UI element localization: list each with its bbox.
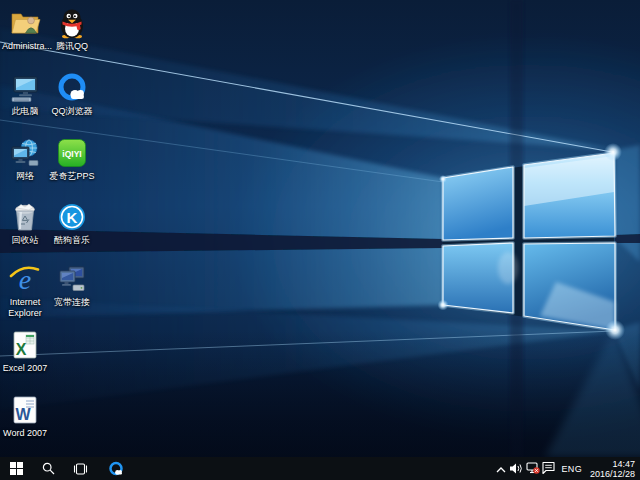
word-2007-icon: W xyxy=(8,393,42,427)
excel-2007-icon: X xyxy=(8,328,42,362)
taskbar: ENG 14:47 2016/12/28 xyxy=(0,457,640,480)
desktop-icon-this-pc[interactable]: 此电脑 xyxy=(2,71,48,117)
action-center-icon xyxy=(542,460,555,478)
desktop-icon-label: 酷狗音乐 xyxy=(49,235,95,246)
clock-date: 2016/12/28 xyxy=(590,469,635,479)
tray-chevron-button[interactable] xyxy=(493,457,509,480)
svg-text:W: W xyxy=(15,406,31,423)
search-icon xyxy=(42,462,55,475)
desktop-icon-tencent-qq[interactable]: 腾讯QQ xyxy=(49,6,95,52)
windows-logo-icon xyxy=(10,462,23,475)
desktop-icon-qq-browser[interactable]: QQ浏览器 xyxy=(49,71,95,117)
desktop-icon-label: Internet Explorer xyxy=(2,297,48,319)
language-indicator[interactable]: ENG xyxy=(557,464,587,474)
desktop: Administra... 此电脑 xyxy=(0,0,640,457)
tencent-qq-icon xyxy=(55,6,89,40)
network-icon xyxy=(8,136,42,170)
action-center-button[interactable] xyxy=(541,457,557,480)
tray-volume-button[interactable] xyxy=(509,457,525,480)
qq-browser-icon xyxy=(108,461,124,477)
wallpaper-windows-hero xyxy=(0,0,640,457)
task-view-icon xyxy=(73,463,88,475)
internet-explorer-icon: e xyxy=(8,262,42,296)
desktop-icon-label: 宽带连接 xyxy=(49,297,95,308)
network-disconnected-icon xyxy=(526,460,540,478)
desktop-icon-label: Word 2007 xyxy=(2,428,48,439)
desktop-icon-label: 腾讯QQ xyxy=(49,41,95,52)
desktop-icon-network[interactable]: 网络 xyxy=(2,136,48,182)
tray-network-button[interactable] xyxy=(525,457,541,480)
broadband-connection-icon xyxy=(55,262,89,296)
desktop-icon-label: Excel 2007 xyxy=(2,363,48,374)
desktop-icon-recycle-bin[interactable]: 回收站 xyxy=(2,200,48,246)
desktop-icon-iqiyi-pps[interactable]: iQIYI 爱奇艺PPS xyxy=(49,136,95,182)
svg-text:K: K xyxy=(67,209,78,226)
this-pc-icon xyxy=(8,71,42,105)
svg-text:X: X xyxy=(16,341,27,358)
desktop-icon-kugou-music[interactable]: K 酷狗音乐 xyxy=(49,200,95,246)
iqiyi-pps-icon: iQIYI xyxy=(55,136,89,170)
desktop-icon-label: 此电脑 xyxy=(2,106,48,117)
desktop-icon-label: Administra... xyxy=(2,41,48,52)
svg-text:iQIYI: iQIYI xyxy=(62,149,81,159)
administrator-folder-icon xyxy=(8,6,42,40)
recycle-bin-icon xyxy=(8,200,42,234)
desktop-icon-label: QQ浏览器 xyxy=(49,106,95,117)
clock-time: 14:47 xyxy=(590,459,635,469)
desktop-icon-internet-explorer[interactable]: e Internet Explorer xyxy=(2,262,48,319)
task-view-button[interactable] xyxy=(66,457,94,480)
chevron-up-icon xyxy=(496,460,506,478)
desktop-icon-broadband-connection[interactable]: 宽带连接 xyxy=(49,262,95,308)
desktop-icon-word-2007[interactable]: W Word 2007 xyxy=(2,393,48,439)
desktop-icon-excel-2007[interactable]: X Excel 2007 xyxy=(2,328,48,374)
taskbar-clock[interactable]: 14:47 2016/12/28 xyxy=(587,459,640,479)
volume-icon xyxy=(510,460,523,478)
desktop-icon-label: 爱奇艺PPS xyxy=(49,171,95,182)
kugou-music-icon: K xyxy=(55,200,89,234)
search-button[interactable] xyxy=(34,457,62,480)
desktop-icon-label: 回收站 xyxy=(2,235,48,246)
system-tray: ENG 14:47 2016/12/28 xyxy=(493,457,640,480)
desktop-icon-label: 网络 xyxy=(2,171,48,182)
start-button[interactable] xyxy=(2,457,30,480)
desktop-icon-administrator[interactable]: Administra... xyxy=(2,6,48,52)
qq-browser-icon xyxy=(55,71,89,105)
taskbar-qq-browser-button[interactable] xyxy=(102,457,130,480)
